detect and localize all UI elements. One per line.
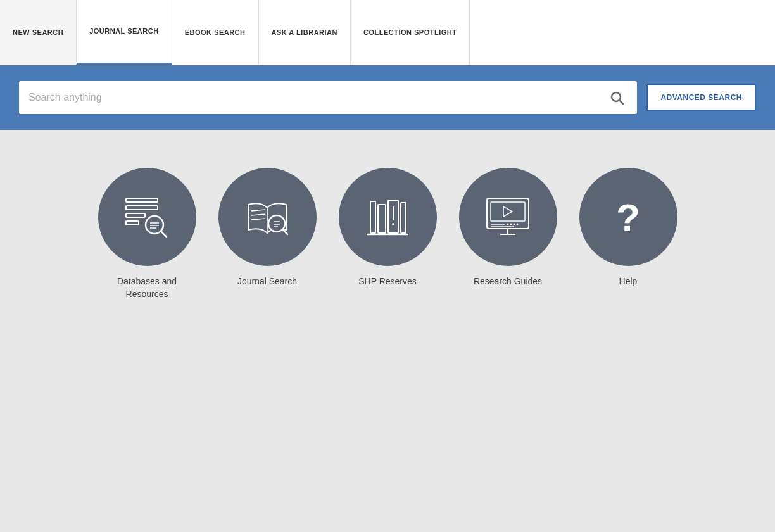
bottom-area [0,338,775,528]
svg-rect-3 [126,206,158,210]
svg-line-12 [251,210,265,211]
icon-item-journal[interactable]: Journal Search [217,168,318,300]
icon-circle-journal [218,168,317,266]
icon-label-journal: Journal Search [237,276,297,288]
main-content: Databases and Resources Journal Search [0,130,775,338]
search-bar-container: ADVANCED SEARCH [0,65,775,130]
svg-rect-4 [126,213,145,217]
svg-line-1 [620,101,624,104]
svg-rect-20 [370,201,375,233]
icon-circle-help: ? [579,168,677,266]
svg-marker-29 [503,206,512,217]
svg-line-13 [251,214,265,215]
nav-spacer [470,0,775,65]
advanced-search-button[interactable]: ADVANCED SEARCH [646,84,756,111]
svg-line-7 [161,231,167,237]
icon-label-research: Research Guides [474,276,542,288]
search-button[interactable] [606,87,627,108]
svg-point-32 [510,223,512,225]
icon-circle-shp [339,168,437,266]
icon-item-shp[interactable]: SHP Reserves [337,168,438,300]
icon-item-help[interactable]: ? Help [577,168,679,300]
icon-label-help: Help [619,276,638,288]
svg-rect-25 [401,203,406,233]
shp-reserves-icon [359,189,416,246]
svg-point-33 [514,223,515,225]
icon-label-shp: SHP Reserves [358,276,417,288]
svg-point-15 [268,215,285,232]
icon-item-databases[interactable]: Databases and Resources [96,168,198,300]
research-guides-icon [479,189,536,246]
top-navigation: NEW SEARCH JOURNAL SEARCH EBOOK SEARCH A… [0,0,775,65]
svg-rect-5 [126,221,139,225]
svg-point-34 [517,223,519,225]
svg-point-24 [392,223,394,225]
svg-rect-28 [491,202,525,221]
svg-rect-2 [126,198,158,202]
svg-line-14 [251,218,265,220]
search-input-wrapper [19,81,637,114]
nav-item-ask-librarian[interactable]: ASK A LIBRARIAN [259,0,351,65]
icon-label-databases: Databases and Resources [96,276,198,300]
icon-circle-research [459,168,557,266]
search-icon [609,90,624,105]
help-icon: ? [600,189,657,246]
nav-item-journal-search[interactable]: JOURNAL SEARCH [77,0,172,65]
journal-icon [239,189,296,246]
nav-item-collection-spotlight[interactable]: COLLECTION SPOTLIGHT [351,0,470,65]
nav-item-new-search[interactable]: NEW SEARCH [0,0,77,65]
svg-point-31 [507,223,509,225]
nav-item-ebook-search[interactable]: EBOOK SEARCH [172,0,259,65]
svg-text:?: ? [616,196,640,239]
icon-item-research[interactable]: Research Guides [457,168,558,300]
icon-circle-databases [98,168,196,266]
search-input[interactable] [28,92,606,103]
databases-icon [118,189,175,246]
svg-rect-21 [378,205,386,233]
